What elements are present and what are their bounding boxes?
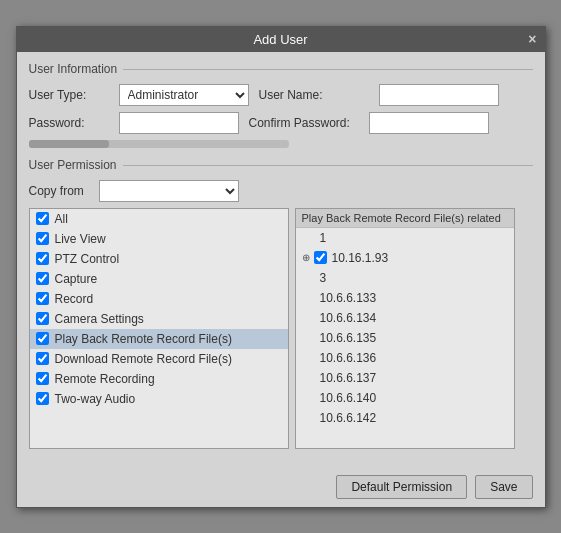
permission-checkbox-5[interactable] [36,312,49,325]
permission-list: AllLive ViewPTZ ControlCaptureRecordCame… [30,209,288,429]
permission-item-3[interactable]: Capture [30,269,288,289]
footer: Default Permission Save [17,467,545,507]
playback-item-2[interactable]: 3 [296,268,514,288]
save-button[interactable]: Save [475,475,532,499]
default-permission-button[interactable]: Default Permission [336,475,467,499]
user-permission-section: User Permission Copy from AllLive ViewPT… [29,158,533,449]
user-type-select[interactable]: Administrator Operator User [119,84,249,106]
playback-item-9[interactable]: 10.6.6.142 [296,408,514,428]
dialog-body: User Information User Type: Administrato… [17,52,545,467]
password-row: Password: Confirm Password: [29,112,533,134]
playback-item-7[interactable]: 10.6.6.137 [296,368,514,388]
permission-checkbox-8[interactable] [36,372,49,385]
permission-checkbox-3[interactable] [36,272,49,285]
scrollbar-thumb [29,140,109,148]
permission-item-8[interactable]: Remote Recording [30,369,288,389]
permission-item-6[interactable]: Play Back Remote Record File(s) [30,329,288,349]
playback-header: Play Back Remote Record File(s) related [296,209,514,228]
dialog-title: Add User [253,32,307,47]
confirm-password-label: Confirm Password: [249,116,369,130]
user-type-row: User Type: Administrator Operator User U… [29,84,533,106]
user-info-header: User Information [29,62,533,76]
permission-checkbox-1[interactable] [36,232,49,245]
playback-item-4[interactable]: 10.6.6.134 [296,308,514,328]
permission-list-wrapper: AllLive ViewPTZ ControlCaptureRecordCame… [29,208,289,449]
copy-from-select[interactable] [99,180,239,202]
playback-item-0[interactable]: 1 [296,228,514,248]
permission-item-1[interactable]: Live View [30,229,288,249]
permission-item-2[interactable]: PTZ Control [30,249,288,269]
password-label: Password: [29,116,119,130]
playback-panel: Play Back Remote Record File(s) related … [295,208,515,449]
permission-item-9[interactable]: Two-way Audio [30,389,288,409]
permission-checkbox-7[interactable] [36,352,49,365]
permission-checkbox-4[interactable] [36,292,49,305]
playback-item-1[interactable]: ⊕10.16.1.93 [296,248,514,268]
playback-list: 1⊕10.16.1.93310.6.6.13310.6.6.13410.6.6.… [296,228,514,448]
permission-item-5[interactable]: Camera Settings [30,309,288,329]
permission-item-7[interactable]: Download Remote Record File(s) [30,349,288,369]
permission-checkbox-6[interactable] [36,332,49,345]
permission-checkbox-9[interactable] [36,392,49,405]
permission-item-0[interactable]: All [30,209,288,229]
user-name-input[interactable] [379,84,499,106]
permission-container: AllLive ViewPTZ ControlCaptureRecordCame… [29,208,533,449]
playback-item-5[interactable]: 10.6.6.135 [296,328,514,348]
copy-from-row: Copy from [29,180,533,202]
confirm-password-input[interactable] [369,112,489,134]
playback-item-3[interactable]: 10.6.6.133 [296,288,514,308]
user-permission-header: User Permission [29,158,533,172]
scrollbar-placeholder [29,140,289,148]
password-input[interactable] [119,112,239,134]
permission-checkbox-2[interactable] [36,252,49,265]
add-user-dialog: Add User × User Information User Type: A… [16,26,546,508]
user-name-label: User Name: [259,88,379,102]
playback-item-6[interactable]: 10.6.6.136 [296,348,514,368]
permission-item-4[interactable]: Record [30,289,288,309]
copy-from-label: Copy from [29,184,99,198]
user-type-label: User Type: [29,88,119,102]
playback-item-8[interactable]: 10.6.6.140 [296,388,514,408]
expand-icon-1[interactable]: ⊕ [302,252,310,263]
permission-checkbox-0[interactable] [36,212,49,225]
playback-checkbox-1[interactable] [314,251,327,264]
close-button[interactable]: × [528,31,536,47]
title-bar: Add User × [17,27,545,52]
user-info-section: User Information User Type: Administrato… [29,62,533,148]
